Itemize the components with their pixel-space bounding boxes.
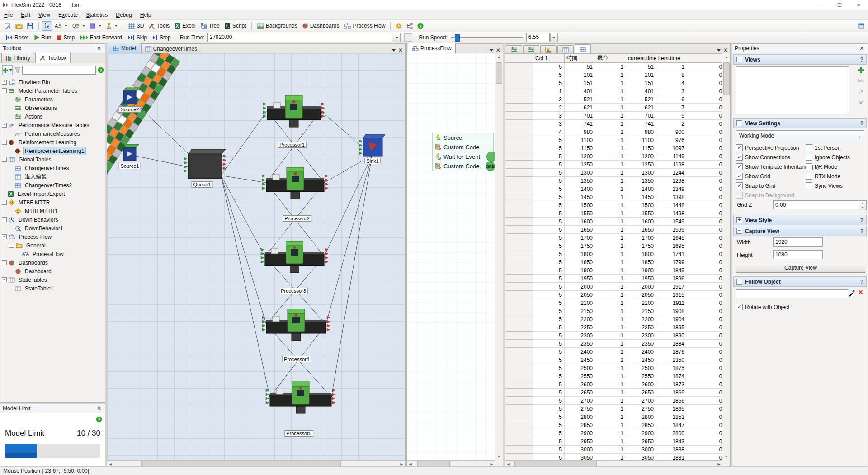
help-icon[interactable]: ? [860, 228, 863, 234]
table-cell[interactable]: 1 [595, 332, 626, 340]
add-view-icon[interactable] [858, 67, 864, 73]
table-cell[interactable]: 0.00 [687, 136, 723, 144]
table-cell[interactable]: 5 [533, 421, 565, 429]
table-cell[interactable]: 1750 [565, 242, 595, 250]
pane-menu-icon[interactable] [490, 49, 493, 52]
toolbar-button-highlight-tool[interactable] [104, 21, 120, 31]
tab-changeovertimes[interactable]: ChangeoverTimes [141, 43, 202, 53]
table-cell[interactable]: 1250 [626, 161, 656, 169]
table-cell[interactable]: 5 [533, 283, 565, 291]
table-cell[interactable]: 1890 [656, 332, 687, 340]
row-header-cell[interactable] [505, 63, 533, 71]
table-cell[interactable]: 1 [595, 266, 626, 275]
table-cell[interactable]: 1700 [565, 234, 595, 242]
table-cell[interactable]: 1150 [626, 144, 656, 152]
table-cell[interactable]: 2050 [626, 291, 656, 299]
table-cell[interactable]: 5 [533, 63, 565, 71]
pane-menu-icon[interactable] [717, 49, 721, 52]
table-cell[interactable]: 2350 [656, 356, 687, 364]
model-limit-close-icon[interactable]: ✕ [95, 405, 103, 412]
model-object-label[interactable]: Processor2 [283, 215, 311, 222]
table-cell[interactable]: 0.00 [687, 87, 723, 95]
collapse-icon[interactable]: − [736, 57, 742, 62]
row-header-cell[interactable] [505, 193, 533, 201]
collapse-icon[interactable]: − [2, 234, 7, 239]
close-button[interactable]: ✕ [849, 0, 868, 10]
table-cell[interactable]: 1 [595, 291, 626, 299]
collapse-icon[interactable]: − [736, 279, 742, 285]
column-header[interactable]: 機台 [595, 54, 626, 63]
table-cell[interactable]: 1950 [565, 275, 595, 283]
toolbar-button-new-model[interactable] [2, 21, 13, 31]
table-cell[interactable]: 5 [533, 193, 565, 201]
toolbox-tree-item[interactable]: XExcel Import/Export [0, 190, 105, 198]
toolbar-button-pointer-tool[interactable] [42, 21, 52, 31]
table-cell[interactable]: 1 [595, 258, 626, 266]
table-cell[interactable]: 1 [595, 405, 626, 413]
table-cell[interactable]: 5 [533, 250, 565, 258]
views-section-header[interactable]: − Views ? [733, 54, 867, 65]
processflow-close-icon[interactable]: ✕ [496, 47, 500, 53]
table-cell[interactable]: 1908 [656, 307, 687, 315]
table-cell[interactable]: 1 [595, 209, 626, 218]
refresh-views-icon[interactable]: ⟳ [858, 88, 863, 95]
table-cell[interactable]: 1869 [656, 389, 687, 397]
row-header-cell[interactable] [505, 218, 533, 226]
table-cell[interactable]: 1838 [656, 446, 687, 454]
table-cell[interactable]: 1695 [656, 242, 687, 250]
toolbox-tree-item[interactable]: −Performance Measure Tables [0, 121, 105, 129]
table-cell[interactable]: 1600 [565, 218, 595, 226]
row-header-cell[interactable] [505, 332, 533, 340]
row-header-cell[interactable] [505, 152, 533, 161]
row-header-cell[interactable] [505, 446, 533, 454]
row-header-cell[interactable] [505, 389, 533, 397]
table-cell[interactable]: 0.00 [687, 340, 723, 348]
table-cell[interactable]: 2850 [565, 421, 595, 429]
table-cell[interactable]: 5 [533, 275, 565, 283]
table-cell[interactable]: 741 [565, 120, 595, 128]
table-cell[interactable]: 0.00 [687, 413, 723, 421]
run-button-step[interactable]: Step [150, 34, 174, 41]
table-cell[interactable]: 5 [533, 372, 565, 380]
table-cell[interactable]: 1549 [656, 218, 687, 226]
toolbox-tree-item[interactable]: MTBFMTTR1 [0, 207, 105, 215]
table-cell[interactable]: 1915 [656, 291, 687, 299]
row-header-cell[interactable] [505, 144, 533, 152]
row-header-cell[interactable] [505, 348, 533, 356]
table-pane-close-icon[interactable]: ✕ [723, 47, 728, 53]
table-cell[interactable]: 1849 [656, 266, 687, 275]
table-cell[interactable]: 0.00 [687, 258, 723, 266]
table-cell[interactable]: 1853 [656, 413, 687, 421]
row-header-cell[interactable] [505, 226, 533, 234]
toolbar-button-connect-q-tool[interactable]: Q [70, 21, 87, 30]
help-icon[interactable]: ? [860, 57, 863, 63]
table-cell[interactable]: 1 [595, 234, 626, 242]
table-cell[interactable]: 101 [626, 71, 656, 79]
toolbox-tree-item[interactable]: −Reinforcement Learning [0, 138, 105, 147]
table-cell[interactable]: 1 [595, 185, 626, 193]
table-cell[interactable]: 1 [595, 120, 626, 128]
table-cell[interactable]: 1 [595, 136, 626, 144]
table-cell[interactable]: 2450 [565, 356, 595, 364]
panel-layout-icon[interactable] [858, 23, 866, 28]
toolbox-tree-item[interactable]: ReinforcementLearning1 [0, 147, 105, 155]
table-cell[interactable]: 2200 [626, 315, 656, 323]
table-cell[interactable]: 1350 [565, 177, 595, 185]
table-cell[interactable]: 0.00 [687, 120, 723, 128]
row-header-cell[interactable] [505, 258, 533, 266]
row-header-cell[interactable] [505, 128, 533, 136]
run-button-reset[interactable]: Reset [3, 34, 31, 41]
toolbox-tree-item[interactable]: −MTBF MTTR [0, 198, 105, 207]
table-cell[interactable]: 621 [626, 104, 656, 112]
toolbox-tree-item[interactable]: Observations [0, 104, 105, 112]
table-cell[interactable]: 1874 [656, 372, 687, 380]
table-cell[interactable]: 0.00 [687, 209, 723, 218]
minimize-button[interactable]: ─ [811, 0, 830, 10]
table-cell[interactable]: 0.00 [687, 283, 723, 291]
row-header-cell[interactable] [505, 372, 533, 380]
table-cell[interactable]: 1800 [626, 250, 656, 258]
grid-z-input[interactable]: 0.00 [773, 200, 862, 209]
activity-custom-code[interactable]: Custom Code366 [433, 162, 493, 171]
table-cell[interactable]: 2450 [626, 356, 656, 364]
table-cell[interactable]: 0.00 [687, 437, 723, 446]
